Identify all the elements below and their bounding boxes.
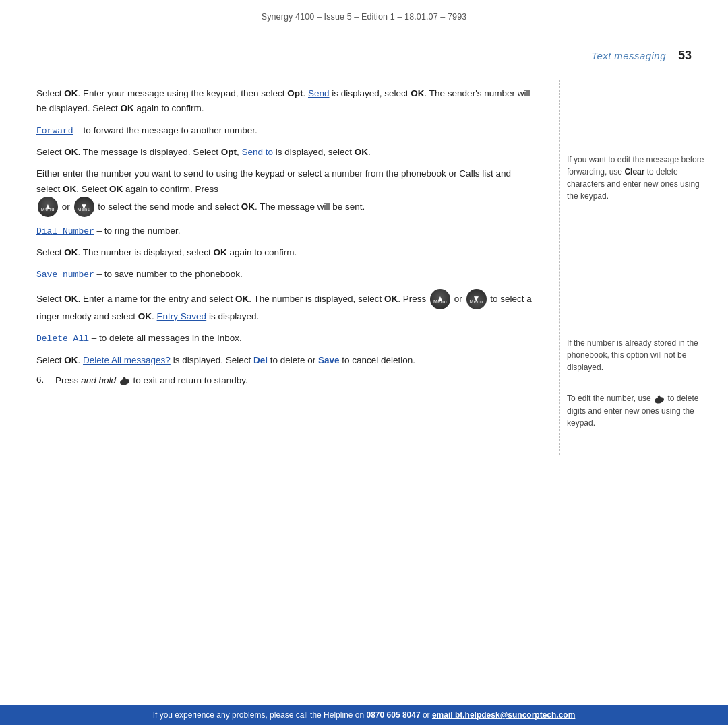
ok-label-12: OK [235,293,249,303]
entry-saved-label: Entry Saved [157,311,207,321]
header-title: Synergy 4100 – Issue 5 – Edition 1 – 18.… [262,12,467,22]
dial-number-item: Dial Number – to ring the number. [36,224,534,239]
send-to-underline: Send to [241,147,273,157]
side-note-2-text: If the number is already stored in the p… [567,338,698,372]
page-header: Synergy 4100 – Issue 5 – Edition 1 – 18.… [0,0,728,28]
ok-label-3: OK [121,103,134,113]
ok-label-4: OK [64,147,78,157]
and-hold-text: and hold [81,375,116,385]
ok-label-1: OK [64,88,78,98]
paragraph-select-opt-send-to: Select OK. The message is displayed. Sel… [36,145,534,160]
ok-label-6: OK [63,184,76,194]
top-right-header: Text messaging 53 [0,28,728,67]
save-label: Save [318,355,340,365]
step-6-item: 6. Press and hold to exit and return to … [36,375,534,387]
content-area: Select OK. Enter your message using the … [0,67,728,455]
footer-email-link[interactable]: email bt.helpdesk@suncorptech.com [432,710,575,720]
footer-email: email bt.helpdesk@suncorptech.com [432,710,575,720]
paragraph-save-entry: Select OK. Enter a name for the entry an… [36,289,534,324]
ok-label-9: OK [64,247,78,257]
main-column: Select OK. Enter your message using the … [0,80,553,455]
ok-label-7: OK [109,184,123,194]
clear-bold: Clear [624,167,644,177]
delete-all-label: Delete All [36,334,89,344]
forward-item: Forward – to forward the message to anot… [36,123,534,138]
send-underline: Send [308,88,330,98]
nav-up-button-2[interactable]: ▲ Menu [430,289,450,309]
step-6-text: Press and hold to exit and return to sta… [55,375,248,387]
page-number: 53 [678,49,692,63]
delete-all-messages-label: Delete All messages? [83,355,171,365]
ok-label-10: OK [213,247,226,257]
ok-label-8: OK [241,201,255,211]
section-title: Text messaging [591,50,666,61]
end-call-icon [119,375,131,387]
dial-number-label: Dial Number [36,226,94,237]
ok-label-5: OK [355,147,368,157]
pencil-edit-icon [653,393,665,405]
save-number-item: Save number – to save number to the phon… [36,267,534,282]
paragraph-select-ok-send: Select OK. Enter your message using the … [36,86,534,117]
opt-label-2: Opt [221,147,237,157]
side-note-3-text: To edit the number, use to delete digits… [567,393,698,428]
side-note-1: If you want to edit the message before f… [567,154,709,202]
ok-label-2: OK [411,88,424,98]
footer-bar: If you experience any problems, please c… [0,705,728,725]
ok-label-11: OK [64,293,78,303]
opt-label-1: Opt [287,88,303,98]
step-6-number: 6. [36,375,51,385]
footer-phone: 0870 605 8047 [367,710,421,720]
nav-down-button-2[interactable]: ▼ Menu [466,289,487,309]
side-note-1-text: If you want to edit the message before f… [567,155,704,201]
forward-label: Forward [36,126,73,136]
save-number-label: Save number [36,270,94,280]
delete-all-item: Delete All – to delete all messages in t… [36,331,534,346]
nav-down-button[interactable]: ▼ Menu [74,197,94,217]
paragraph-send-number: Either enter the number you want to send… [36,166,534,217]
footer-text: If you experience any problems, please c… [153,710,576,720]
ok-label-13: OK [384,293,398,303]
ok-label-14: OK [138,311,152,321]
del-label: Del [253,355,268,365]
side-note-3: To edit the number, use to delete digits… [567,392,709,429]
ok-label-15: OK [64,355,78,365]
paragraph-dial-confirm: Select OK. The number is displayed, sele… [36,245,534,260]
nav-up-button[interactable]: ▲ Menu [38,197,58,217]
paragraph-delete-confirm: Select OK. Delete All messages? is displ… [36,353,534,368]
side-note-2: If the number is already stored in the p… [567,337,709,373]
side-column: If you want to edit the message before f… [559,80,728,455]
